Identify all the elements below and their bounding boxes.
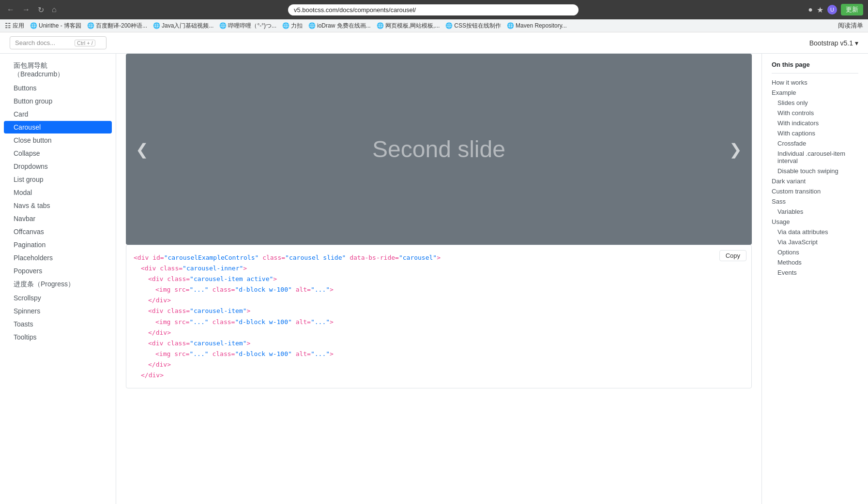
sidebar-item-dropdowns[interactable]: Dropdowns — [4, 160, 112, 173]
toc-item-disable-touch[interactable]: Disable touch swiping — [772, 166, 858, 176]
user-avatar: U — [827, 5, 837, 15]
toc-item-with-controls[interactable]: With controls — [772, 108, 858, 118]
bookmark-favicon: 🌐 — [308, 22, 316, 29]
bookmark-leetcode[interactable]: 🌐 力扣 — [282, 22, 303, 30]
bookmark-favicon: 🌐 — [445, 22, 453, 29]
reading-list[interactable]: 阅读清单 — [838, 21, 863, 30]
toc-item-via-data-attributes[interactable]: Via data attributes — [772, 227, 858, 237]
toc-item-individual-interval[interactable]: Individual .carousel-item interval — [772, 148, 858, 166]
toc-item-how-it-works[interactable]: How it works — [772, 77, 858, 88]
url-text: v5.bootcss.com/docs/components/carousel/ — [294, 6, 573, 14]
sidebar-item-carousel[interactable]: Carousel — [4, 121, 112, 133]
right-sidebar: On this page How it works Example Slides… — [761, 54, 868, 504]
toc-item-custom-transition[interactable]: Custom transition — [772, 186, 858, 196]
sidebar-item-tooltips[interactable]: Tooltips — [4, 331, 112, 343]
sidebar-item-progress[interactable]: 进度条（Progress） — [4, 278, 112, 291]
toc-title: On this page — [772, 61, 858, 68]
page-header: Search docs... Ctrl + / Bootstrap v5.1 ▾ — [0, 32, 868, 54]
carousel-next-button[interactable]: ❯ — [724, 135, 747, 163]
extensions-icon: ● — [808, 5, 813, 14]
carousel-slide-label: Second slide — [372, 136, 505, 163]
bookmark-icon: ★ — [817, 5, 823, 15]
search-shortcut: Ctrl + / — [75, 40, 95, 46]
toc-item-dark-variant[interactable]: Dark variant — [772, 176, 858, 186]
home-button[interactable]: ⌂ — [50, 4, 59, 15]
back-button[interactable]: ← — [5, 4, 16, 15]
browser-chrome: ← → ↻ ⌂ v5.bootcss.com/docs/components/c… — [0, 0, 868, 19]
sidebar-item-collapse[interactable]: Collapse — [4, 147, 112, 160]
left-sidebar: 面包屑导航（Breadcrumb） Buttons Button group C… — [0, 54, 116, 504]
toc-item-with-indicators[interactable]: With indicators — [772, 118, 858, 128]
toc-item-events[interactable]: Events — [772, 267, 858, 278]
sidebar-item-offcanvas[interactable]: Offcanvas — [4, 225, 112, 238]
toc-item-variables[interactable]: Variables — [772, 207, 858, 217]
bookmark-favicon: 🌐 — [377, 22, 384, 29]
toc-item-methods[interactable]: Methods — [772, 257, 858, 267]
sidebar-item-breadcrumb[interactable]: 面包屑导航（Breadcrumb） — [4, 59, 112, 81]
sidebar-item-card[interactable]: Card — [4, 108, 112, 120]
bookmark-bilibili[interactable]: 🌐 哔哩哔哩（°-°)つ... — [219, 22, 276, 30]
apps-icon: ☷ — [5, 22, 11, 30]
sidebar-item-close-button[interactable]: Close button — [4, 134, 112, 147]
chevron-down-icon: ▾ — [855, 39, 858, 47]
toc-item-with-captions[interactable]: With captions — [772, 128, 858, 138]
code-content: <div id="carouselExampleControls" class=… — [134, 252, 744, 381]
sidebar-item-button-group[interactable]: Button group — [4, 95, 112, 107]
bookmark-baidu-translate[interactable]: 🌐 百度翻译-200种语... — [87, 22, 147, 30]
bookmark-maven[interactable]: 🌐 Maven Repository... — [507, 22, 567, 29]
code-block: Copy <div id="carouselExampleControls" c… — [126, 245, 752, 388]
bookmark-css-buttons[interactable]: 🌐 CSS按钮在线制作 — [445, 22, 501, 30]
carousel-prev-button[interactable]: ❮ — [131, 135, 153, 163]
carousel-preview: ❮ Second slide ❯ — [126, 54, 752, 245]
toc-item-options[interactable]: Options — [772, 247, 858, 257]
browser-actions: ● ★ U 更新 — [808, 4, 863, 15]
toc-item-sass[interactable]: Sass — [772, 196, 858, 207]
bookmark-apps[interactable]: ☷ 应用 — [5, 22, 24, 30]
content-area: ❮ Second slide ❯ Copy <div id="carouselE… — [116, 54, 761, 504]
bookmark-favicon: 🌐 — [507, 22, 514, 29]
bookmark-favicon: 🌐 — [87, 22, 94, 29]
address-bar[interactable]: v5.bootcss.com/docs/components/carousel/ — [288, 4, 579, 15]
toc-item-via-javascript[interactable]: Via JavaScript — [772, 237, 858, 247]
sidebar-item-navs-tabs[interactable]: Navs & tabs — [4, 199, 112, 212]
sidebar-item-toasts[interactable]: Toasts — [4, 318, 112, 330]
main-layout: 面包屑导航（Breadcrumb） Buttons Button group C… — [0, 54, 868, 504]
toc-divider — [772, 73, 858, 74]
bookmark-favicon: 🌐 — [282, 22, 289, 29]
sidebar-item-spinners[interactable]: Spinners — [4, 305, 112, 317]
update-button[interactable]: 更新 — [841, 4, 863, 15]
search-placeholder: Search docs... — [15, 39, 55, 46]
bookmark-iodraw[interactable]: 🌐 ioDraw 免费在线画... — [308, 22, 371, 30]
version-selector[interactable]: Bootstrap v5.1 ▾ — [809, 39, 858, 47]
sidebar-item-navbar[interactable]: Navbar — [4, 212, 112, 225]
sidebar-item-list-group[interactable]: List group — [4, 173, 112, 186]
bookmark-favicon: 🌐 — [219, 22, 227, 29]
sidebar-item-scrollspy[interactable]: Scrollspy — [4, 292, 112, 304]
search-box[interactable]: Search docs... Ctrl + / — [10, 36, 107, 49]
sidebar-item-pagination[interactable]: Pagination — [4, 238, 112, 251]
reload-button[interactable]: ↻ — [36, 4, 46, 15]
sidebar-item-buttons[interactable]: Buttons — [4, 82, 112, 94]
bookmark-template[interactable]: 🌐 网页模板,网站模板,... — [377, 22, 440, 30]
bookmarks-bar: ☷ 应用 🌐 Unirithe - 博客园 🌐 百度翻译-200种语... 🌐 … — [0, 19, 868, 32]
toc-item-usage[interactable]: Usage — [772, 217, 858, 227]
toc-item-crossfade[interactable]: Crossfade — [772, 138, 858, 148]
sidebar-item-modal[interactable]: Modal — [4, 186, 112, 199]
forward-button[interactable]: → — [20, 4, 32, 15]
toc-item-slides-only[interactable]: Slides only — [772, 98, 858, 108]
toc-item-example[interactable]: Example — [772, 88, 858, 98]
copy-button[interactable]: Copy — [719, 250, 746, 261]
version-label: Bootstrap v5.1 — [809, 39, 853, 47]
bookmark-favicon: 🌐 — [153, 22, 160, 29]
bookmark-java[interactable]: 🌐 Java入门基础视频... — [153, 22, 213, 30]
bookmark-favicon: 🌐 — [30, 22, 37, 29]
bookmark-unirithe[interactable]: 🌐 Unirithe - 博客园 — [30, 22, 81, 30]
sidebar-item-popovers[interactable]: Popovers — [4, 265, 112, 277]
bookmark-label: 应用 — [13, 22, 24, 30]
sidebar-item-placeholders[interactable]: Placeholders — [4, 252, 112, 264]
